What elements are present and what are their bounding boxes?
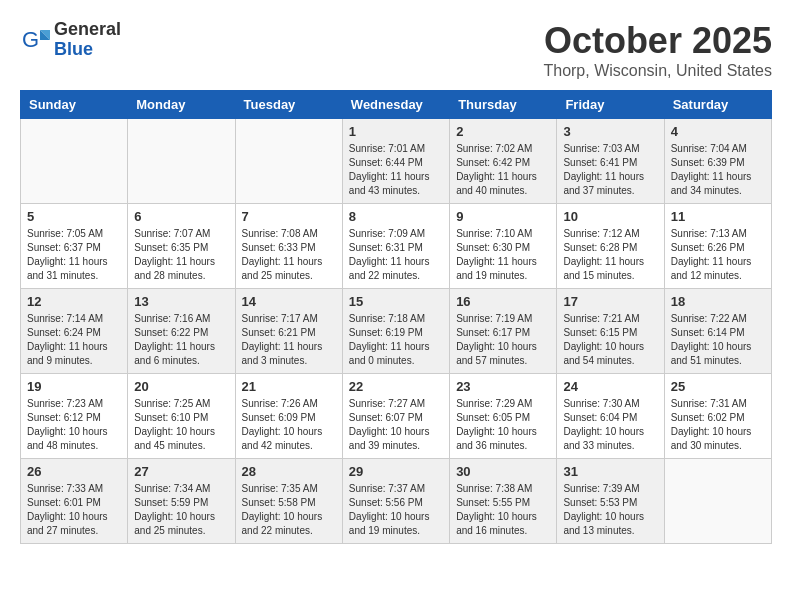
week-row-1: 1Sunrise: 7:01 AM Sunset: 6:44 PM Daylig… bbox=[21, 119, 772, 204]
calendar-cell: 22Sunrise: 7:27 AM Sunset: 6:07 PM Dayli… bbox=[342, 374, 449, 459]
calendar-cell: 9Sunrise: 7:10 AM Sunset: 6:30 PM Daylig… bbox=[450, 204, 557, 289]
calendar-cell: 15Sunrise: 7:18 AM Sunset: 6:19 PM Dayli… bbox=[342, 289, 449, 374]
day-info: Sunrise: 7:37 AM Sunset: 5:56 PM Dayligh… bbox=[349, 482, 443, 538]
day-number: 20 bbox=[134, 379, 228, 394]
day-number: 27 bbox=[134, 464, 228, 479]
location: Thorp, Wisconsin, United States bbox=[543, 62, 772, 80]
month-title: October 2025 bbox=[543, 20, 772, 62]
day-info: Sunrise: 7:17 AM Sunset: 6:21 PM Dayligh… bbox=[242, 312, 336, 368]
day-number: 30 bbox=[456, 464, 550, 479]
calendar-cell: 11Sunrise: 7:13 AM Sunset: 6:26 PM Dayli… bbox=[664, 204, 771, 289]
day-number: 15 bbox=[349, 294, 443, 309]
calendar-cell: 12Sunrise: 7:14 AM Sunset: 6:24 PM Dayli… bbox=[21, 289, 128, 374]
calendar-cell: 2Sunrise: 7:02 AM Sunset: 6:42 PM Daylig… bbox=[450, 119, 557, 204]
svg-text:G: G bbox=[22, 27, 39, 52]
day-number: 26 bbox=[27, 464, 121, 479]
day-number: 19 bbox=[27, 379, 121, 394]
calendar-cell: 14Sunrise: 7:17 AM Sunset: 6:21 PM Dayli… bbox=[235, 289, 342, 374]
day-info: Sunrise: 7:21 AM Sunset: 6:15 PM Dayligh… bbox=[563, 312, 657, 368]
calendar-cell: 8Sunrise: 7:09 AM Sunset: 6:31 PM Daylig… bbox=[342, 204, 449, 289]
day-info: Sunrise: 7:26 AM Sunset: 6:09 PM Dayligh… bbox=[242, 397, 336, 453]
weekday-header-tuesday: Tuesday bbox=[235, 91, 342, 119]
calendar: SundayMondayTuesdayWednesdayThursdayFrid… bbox=[20, 90, 772, 544]
day-info: Sunrise: 7:18 AM Sunset: 6:19 PM Dayligh… bbox=[349, 312, 443, 368]
day-number: 14 bbox=[242, 294, 336, 309]
day-number: 25 bbox=[671, 379, 765, 394]
calendar-cell: 13Sunrise: 7:16 AM Sunset: 6:22 PM Dayli… bbox=[128, 289, 235, 374]
day-info: Sunrise: 7:01 AM Sunset: 6:44 PM Dayligh… bbox=[349, 142, 443, 198]
day-number: 23 bbox=[456, 379, 550, 394]
day-number: 1 bbox=[349, 124, 443, 139]
day-number: 24 bbox=[563, 379, 657, 394]
day-info: Sunrise: 7:07 AM Sunset: 6:35 PM Dayligh… bbox=[134, 227, 228, 283]
weekday-header-thursday: Thursday bbox=[450, 91, 557, 119]
calendar-cell: 19Sunrise: 7:23 AM Sunset: 6:12 PM Dayli… bbox=[21, 374, 128, 459]
day-number: 4 bbox=[671, 124, 765, 139]
day-info: Sunrise: 7:12 AM Sunset: 6:28 PM Dayligh… bbox=[563, 227, 657, 283]
calendar-cell: 18Sunrise: 7:22 AM Sunset: 6:14 PM Dayli… bbox=[664, 289, 771, 374]
logo-text: General Blue bbox=[54, 20, 121, 60]
calendar-cell: 7Sunrise: 7:08 AM Sunset: 6:33 PM Daylig… bbox=[235, 204, 342, 289]
weekday-header-sunday: Sunday bbox=[21, 91, 128, 119]
day-number: 16 bbox=[456, 294, 550, 309]
day-number: 28 bbox=[242, 464, 336, 479]
week-row-4: 19Sunrise: 7:23 AM Sunset: 6:12 PM Dayli… bbox=[21, 374, 772, 459]
day-number: 5 bbox=[27, 209, 121, 224]
day-number: 6 bbox=[134, 209, 228, 224]
calendar-body: 1Sunrise: 7:01 AM Sunset: 6:44 PM Daylig… bbox=[21, 119, 772, 544]
day-info: Sunrise: 7:35 AM Sunset: 5:58 PM Dayligh… bbox=[242, 482, 336, 538]
day-info: Sunrise: 7:22 AM Sunset: 6:14 PM Dayligh… bbox=[671, 312, 765, 368]
calendar-cell: 16Sunrise: 7:19 AM Sunset: 6:17 PM Dayli… bbox=[450, 289, 557, 374]
logo-icon: G bbox=[20, 25, 50, 55]
calendar-cell: 27Sunrise: 7:34 AM Sunset: 5:59 PM Dayli… bbox=[128, 459, 235, 544]
calendar-header: SundayMondayTuesdayWednesdayThursdayFrid… bbox=[21, 91, 772, 119]
calendar-cell: 25Sunrise: 7:31 AM Sunset: 6:02 PM Dayli… bbox=[664, 374, 771, 459]
calendar-cell: 23Sunrise: 7:29 AM Sunset: 6:05 PM Dayli… bbox=[450, 374, 557, 459]
day-info: Sunrise: 7:16 AM Sunset: 6:22 PM Dayligh… bbox=[134, 312, 228, 368]
weekday-header-saturday: Saturday bbox=[664, 91, 771, 119]
calendar-cell bbox=[128, 119, 235, 204]
calendar-cell: 10Sunrise: 7:12 AM Sunset: 6:28 PM Dayli… bbox=[557, 204, 664, 289]
day-info: Sunrise: 7:14 AM Sunset: 6:24 PM Dayligh… bbox=[27, 312, 121, 368]
day-number: 29 bbox=[349, 464, 443, 479]
day-number: 13 bbox=[134, 294, 228, 309]
day-info: Sunrise: 7:09 AM Sunset: 6:31 PM Dayligh… bbox=[349, 227, 443, 283]
calendar-cell: 31Sunrise: 7:39 AM Sunset: 5:53 PM Dayli… bbox=[557, 459, 664, 544]
calendar-cell: 4Sunrise: 7:04 AM Sunset: 6:39 PM Daylig… bbox=[664, 119, 771, 204]
logo: G General Blue bbox=[20, 20, 121, 60]
calendar-cell: 21Sunrise: 7:26 AM Sunset: 6:09 PM Dayli… bbox=[235, 374, 342, 459]
calendar-cell: 30Sunrise: 7:38 AM Sunset: 5:55 PM Dayli… bbox=[450, 459, 557, 544]
calendar-cell: 20Sunrise: 7:25 AM Sunset: 6:10 PM Dayli… bbox=[128, 374, 235, 459]
day-info: Sunrise: 7:04 AM Sunset: 6:39 PM Dayligh… bbox=[671, 142, 765, 198]
calendar-cell: 6Sunrise: 7:07 AM Sunset: 6:35 PM Daylig… bbox=[128, 204, 235, 289]
page-header: G General Blue October 2025 Thorp, Wisco… bbox=[20, 20, 772, 80]
calendar-cell bbox=[664, 459, 771, 544]
day-number: 8 bbox=[349, 209, 443, 224]
day-number: 9 bbox=[456, 209, 550, 224]
week-row-2: 5Sunrise: 7:05 AM Sunset: 6:37 PM Daylig… bbox=[21, 204, 772, 289]
day-info: Sunrise: 7:38 AM Sunset: 5:55 PM Dayligh… bbox=[456, 482, 550, 538]
day-info: Sunrise: 7:31 AM Sunset: 6:02 PM Dayligh… bbox=[671, 397, 765, 453]
weekday-header-friday: Friday bbox=[557, 91, 664, 119]
calendar-cell: 29Sunrise: 7:37 AM Sunset: 5:56 PM Dayli… bbox=[342, 459, 449, 544]
weekday-header-monday: Monday bbox=[128, 91, 235, 119]
day-info: Sunrise: 7:39 AM Sunset: 5:53 PM Dayligh… bbox=[563, 482, 657, 538]
day-number: 2 bbox=[456, 124, 550, 139]
calendar-cell: 28Sunrise: 7:35 AM Sunset: 5:58 PM Dayli… bbox=[235, 459, 342, 544]
title-section: October 2025 Thorp, Wisconsin, United St… bbox=[543, 20, 772, 80]
day-info: Sunrise: 7:05 AM Sunset: 6:37 PM Dayligh… bbox=[27, 227, 121, 283]
calendar-cell: 24Sunrise: 7:30 AM Sunset: 6:04 PM Dayli… bbox=[557, 374, 664, 459]
day-info: Sunrise: 7:33 AM Sunset: 6:01 PM Dayligh… bbox=[27, 482, 121, 538]
calendar-cell: 1Sunrise: 7:01 AM Sunset: 6:44 PM Daylig… bbox=[342, 119, 449, 204]
day-number: 11 bbox=[671, 209, 765, 224]
day-number: 17 bbox=[563, 294, 657, 309]
week-row-5: 26Sunrise: 7:33 AM Sunset: 6:01 PM Dayli… bbox=[21, 459, 772, 544]
weekday-header-wednesday: Wednesday bbox=[342, 91, 449, 119]
day-number: 7 bbox=[242, 209, 336, 224]
day-number: 3 bbox=[563, 124, 657, 139]
day-info: Sunrise: 7:30 AM Sunset: 6:04 PM Dayligh… bbox=[563, 397, 657, 453]
week-row-3: 12Sunrise: 7:14 AM Sunset: 6:24 PM Dayli… bbox=[21, 289, 772, 374]
day-number: 21 bbox=[242, 379, 336, 394]
day-info: Sunrise: 7:29 AM Sunset: 6:05 PM Dayligh… bbox=[456, 397, 550, 453]
day-info: Sunrise: 7:19 AM Sunset: 6:17 PM Dayligh… bbox=[456, 312, 550, 368]
